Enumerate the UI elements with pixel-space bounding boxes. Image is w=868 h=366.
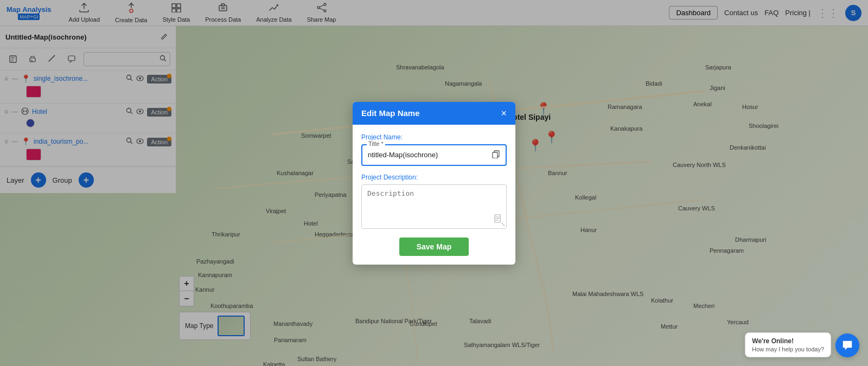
modal-header: Edit Map Name × (353, 102, 515, 125)
modal-body: Project Name: Title * Project Descriptio… (353, 125, 515, 265)
title-input[interactable] (368, 151, 492, 159)
modal-close-button[interactable]: × (501, 108, 507, 118)
title-input-wrapper: Title * (361, 144, 507, 166)
title-field-label: Title * (367, 140, 385, 147)
chat-open-button[interactable] (835, 333, 859, 357)
chat-widget: We're Online! How may I help you today? (745, 332, 859, 357)
project-name-label: Project Name: (361, 133, 507, 141)
description-wrapper: ⤡ (361, 184, 507, 229)
resize-handle[interactable]: ⤡ (501, 221, 505, 227)
chat-subtitle: How may I help you today? (752, 346, 824, 352)
svg-rect-24 (493, 152, 497, 158)
save-map-button[interactable]: Save Map (399, 237, 469, 256)
modal-overlay[interactable]: Edit Map Name × Project Name: Title * Pr… (0, 0, 868, 366)
chat-title: We're Online! (752, 337, 824, 345)
description-label: Project Description: (361, 174, 507, 181)
copy-icon[interactable] (492, 150, 500, 160)
edit-map-name-modal: Edit Map Name × Project Name: Title * Pr… (353, 102, 515, 265)
modal-title: Edit Map Name (361, 108, 420, 118)
chat-bubble: We're Online! How may I help you today? (745, 332, 831, 357)
description-input[interactable] (367, 189, 501, 222)
